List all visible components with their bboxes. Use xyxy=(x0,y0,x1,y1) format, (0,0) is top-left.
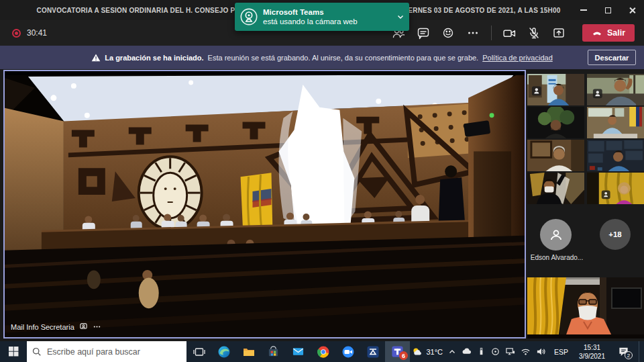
toast-app-name: Microsoft Teams xyxy=(263,7,392,17)
participants-sidebar: Edson Alvarado... +18 xyxy=(527,70,644,338)
participant-video-1[interactable] xyxy=(527,74,584,105)
avatar xyxy=(540,219,572,251)
close-button[interactable] xyxy=(620,0,644,20)
video-feed xyxy=(587,140,644,171)
mail-button[interactable] xyxy=(286,341,311,362)
task-view-button[interactable] xyxy=(186,341,211,362)
wifi-tray-button[interactable] xyxy=(521,347,531,357)
more-options-button[interactable] xyxy=(461,20,486,46)
recording-banner: La grabación se ha iniciado. Esta reunió… xyxy=(0,46,644,69)
taskbar: 6 31°C xyxy=(0,341,644,362)
stage-participant-label: Mail Info Secretaria xyxy=(11,322,101,331)
share-screen-icon xyxy=(552,26,566,40)
recording-timer: 30:41 xyxy=(12,28,47,38)
privacy-policy-link[interactable]: Política de privacidad xyxy=(482,54,553,62)
video-feed xyxy=(527,74,584,105)
chrome-button[interactable] xyxy=(311,341,335,362)
temperature-label: 31°C xyxy=(426,348,443,356)
volume-tray-button[interactable] xyxy=(536,347,546,357)
store-button[interactable] xyxy=(261,341,286,362)
sun-cloud-icon xyxy=(412,347,423,357)
chrome-icon xyxy=(317,345,330,359)
volume-icon xyxy=(536,347,546,357)
maximize-button[interactable] xyxy=(596,0,620,20)
ethernet-monitor-icon xyxy=(505,347,515,357)
self-video[interactable] xyxy=(527,277,644,338)
tray-expand-button[interactable] xyxy=(448,348,456,356)
pin-badge-icon xyxy=(532,87,541,96)
camera-button[interactable] xyxy=(497,20,522,46)
edge-icon xyxy=(217,345,231,359)
dismiss-button[interactable]: Descartar xyxy=(588,50,636,65)
scanner-app-button[interactable] xyxy=(360,341,385,362)
teams-app-button[interactable]: 6 xyxy=(385,341,410,362)
toolbar-divider xyxy=(491,26,492,40)
usb-tray-button[interactable] xyxy=(477,347,486,356)
sync-tray-button[interactable] xyxy=(491,347,500,356)
start-button[interactable] xyxy=(0,341,27,362)
search-input[interactable] xyxy=(47,347,181,357)
person-icon xyxy=(547,226,565,244)
edge-button[interactable] xyxy=(211,341,236,362)
minimize-button[interactable] xyxy=(572,0,596,20)
sync-icon xyxy=(491,347,500,356)
participant-video-3[interactable] xyxy=(527,107,584,138)
leave-label: Salir xyxy=(607,28,625,38)
share-button[interactable] xyxy=(547,20,572,46)
window-controls xyxy=(572,0,644,20)
banner-title: La grabación se ha iniciado. xyxy=(105,54,203,62)
stage-video-feed xyxy=(5,71,525,337)
file-explorer-button[interactable] xyxy=(236,341,261,362)
wifi-icon xyxy=(521,347,531,357)
participant-video-7[interactable] xyxy=(527,173,584,204)
onedrive-tray-button[interactable] xyxy=(462,347,472,357)
toast-expand-button[interactable] xyxy=(392,13,409,21)
recording-indicator-icon xyxy=(12,29,21,38)
show-desktop-button[interactable] xyxy=(639,341,641,362)
hangup-icon xyxy=(592,28,602,38)
participant-avatar-tile[interactable]: Edson Alvarado... xyxy=(527,206,584,273)
participant-video-5[interactable] xyxy=(527,140,584,171)
warning-icon xyxy=(91,53,101,62)
weather-widget[interactable]: 31°C xyxy=(412,347,443,357)
chat-button[interactable] xyxy=(411,20,436,46)
reactions-button[interactable] xyxy=(436,20,461,46)
ethernet-tray-button[interactable] xyxy=(505,347,515,357)
webcam-icon xyxy=(235,7,263,26)
store-icon xyxy=(267,345,280,358)
windows-logo-icon xyxy=(9,347,19,357)
notification-badge: 2 xyxy=(625,351,633,359)
video-feed xyxy=(587,173,644,204)
banner-body: Esta reunión se está grabando. Al unirse… xyxy=(208,54,479,62)
video-feed xyxy=(527,107,584,138)
mail-icon xyxy=(292,345,305,358)
taskbar-search[interactable] xyxy=(27,341,186,362)
teams-badge: 6 xyxy=(399,351,408,360)
participant-name: Edson Alvarado... xyxy=(523,254,590,261)
action-center-button[interactable]: 2 xyxy=(613,341,633,362)
participant-video-8[interactable] xyxy=(587,173,644,204)
close-icon xyxy=(629,7,636,14)
microphone-button[interactable] xyxy=(522,20,547,46)
more-icon[interactable] xyxy=(93,322,101,331)
clock[interactable]: 15:31 3/9/2021 xyxy=(576,343,608,361)
zoom-app-button[interactable] xyxy=(335,341,360,362)
video-feed xyxy=(527,140,584,171)
participant-video-4[interactable] xyxy=(587,107,644,138)
participant-video-2[interactable] xyxy=(587,74,644,105)
folder-icon xyxy=(242,345,256,359)
task-view-icon xyxy=(193,346,205,358)
chevron-down-icon xyxy=(396,13,405,21)
leave-button[interactable]: Salir xyxy=(582,24,635,42)
chat-icon xyxy=(417,26,430,40)
system-tray: 31°C ESP 15 xyxy=(412,341,644,362)
search-icon xyxy=(32,347,42,357)
participant-video-6[interactable] xyxy=(587,140,644,171)
more-participants-button[interactable]: +18 xyxy=(600,219,631,250)
pin-badge-icon xyxy=(602,190,610,199)
more-icon xyxy=(466,26,480,40)
main-video[interactable]: Mail Info Secretaria xyxy=(3,70,526,338)
toast-text: Microsoft Teams está usando la cámara we… xyxy=(263,7,392,27)
clock-time: 15:31 xyxy=(579,343,605,352)
language-indicator[interactable]: ESP xyxy=(551,348,571,356)
